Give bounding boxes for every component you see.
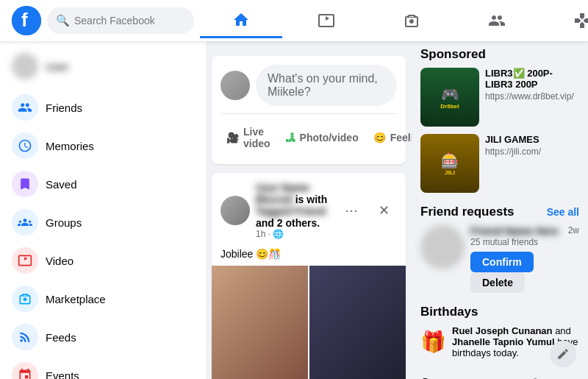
contacts-more-button[interactable]: ⋯: [553, 370, 579, 379]
post-meta: 1h · 🌐: [256, 229, 332, 239]
post-author-avatar: [220, 196, 250, 225]
ad-card-1[interactable]: 🎮 Dr8bet LIBR3✅ 200P-LIBR3 200P https://…: [420, 68, 579, 127]
friend-request-avatar: [420, 225, 465, 269]
contacts-section: Contacts ⋯ Contact One Blurred Contact T…: [420, 370, 579, 379]
post-close-button[interactable]: ✕: [370, 197, 397, 224]
friend-request-buttons: Confirm Delete: [470, 252, 579, 293]
post-image-2: [309, 266, 406, 379]
sidebar-item-memories[interactable]: Memories: [6, 127, 200, 165]
post-actions: 🎥 Live video 🏞 Photo/video 😊 Feeling/act…: [220, 113, 397, 155]
contacts-title: Contacts: [420, 376, 474, 379]
groups-icon: [12, 209, 38, 235]
memories-label: Memories: [46, 140, 94, 152]
nav-gaming-button[interactable]: [541, 3, 588, 38]
photo-video-icon: 🏞: [285, 132, 295, 144]
ad-url-2: https://jili.com/: [485, 146, 579, 157]
post-more-button[interactable]: ⋯: [338, 197, 365, 224]
nav-watch-button[interactable]: [285, 3, 368, 38]
feed-post: User Name Blurred is with Tagged Friend …: [212, 173, 406, 379]
search-icon: 🔍: [56, 14, 70, 27]
live-video-label: Live video: [243, 126, 270, 149]
post-input-top: What's on your mind, Miikele?: [220, 65, 397, 106]
nav-marketplace-button[interactable]: [370, 3, 453, 38]
svg-text:f: f: [21, 9, 28, 31]
video-label: Video: [46, 255, 74, 267]
post-with-text: is with: [295, 194, 328, 205]
post-text: Jobilee 😊🎊: [212, 248, 406, 266]
edit-contacts-button[interactable]: [550, 341, 576, 367]
ad-card-2[interactable]: 🎰 JILI JILI GAMES https://jili.com/: [420, 134, 579, 193]
post-tagged-blurred: Tagged Friend: [256, 205, 326, 217]
sponsored-header: Sponsored: [420, 47, 579, 62]
sidebar-item-friends[interactable]: Friends: [6, 88, 200, 127]
post-user-info: User Name Blurred is with Tagged Friend …: [256, 182, 332, 239]
center-feed: + Create story 44:00: [206, 41, 412, 379]
sponsored-section: Sponsored 🎮 Dr8bet LIBR3✅ 200P-LIBR3 200…: [420, 47, 579, 193]
contacts-search-button[interactable]: [523, 370, 550, 379]
birthdays-title: Birthdays: [420, 305, 478, 319]
sidebar-user-profile[interactable]: User: [6, 47, 200, 85]
photo-video-label: Photo/video: [300, 132, 359, 144]
ad-url-1: https://www.dr8bet.vip/: [485, 91, 579, 102]
friends-label: Friends: [46, 102, 82, 114]
sidebar-item-video[interactable]: Video: [6, 241, 200, 280]
topnav-center: [200, 3, 588, 38]
post-others-text: 2 others.: [277, 217, 320, 229]
search-input[interactable]: [74, 15, 177, 26]
friend-request-mutual: 25 mutual friends: [470, 237, 579, 247]
sidebar-item-feeds[interactable]: Feeds: [6, 318, 200, 356]
friend-request-time: 2w: [568, 225, 579, 237]
friends-icon: [12, 94, 38, 121]
ad-image-2: 🎰 JILI: [420, 134, 479, 193]
sidebar-username: User: [46, 60, 69, 73]
feeling-button[interactable]: 😊 Feeling/activity: [368, 120, 412, 155]
post-placeholder[interactable]: What's on your mind, Miikele?: [256, 65, 397, 106]
topnav: f 🔍 ⊞ 🔔: [0, 0, 588, 41]
post-header-actions: ⋯ ✕: [338, 197, 397, 224]
marketplace-label: Marketplace: [46, 293, 106, 305]
saved-label: Saved: [46, 178, 77, 191]
friend-request-name: Friend Name Here: [470, 225, 559, 237]
nav-people-button[interactable]: [456, 3, 538, 38]
contacts-header: Contacts ⋯: [420, 370, 579, 379]
ad-info-2: JILI GAMES https://jili.com/: [485, 134, 579, 193]
confirm-friend-button[interactable]: Confirm: [470, 252, 534, 272]
post-image-1: [212, 266, 308, 379]
left-sidebar: User Friends Memories Saved Groups: [0, 41, 206, 379]
feeling-label: Feeling/activity: [390, 132, 412, 144]
sidebar-item-saved[interactable]: Saved: [6, 165, 200, 203]
feeds-label: Feeds: [46, 331, 76, 344]
sidebar-item-marketplace[interactable]: Marketplace: [6, 280, 200, 318]
ad-image-1: 🎮 Dr8bet: [420, 68, 479, 127]
main-layout: User Friends Memories Saved Groups: [0, 0, 588, 379]
friend-request-info: Friend Name Here 2w 25 mutual friends Co…: [470, 225, 579, 293]
events-icon: [12, 362, 38, 379]
saved-icon: [12, 171, 38, 197]
friend-requests-section: Friend requests See all Friend Name Here…: [420, 205, 579, 293]
live-video-button[interactable]: 🎥 Live video: [220, 120, 276, 155]
post-time: 1h · 🌐: [256, 229, 284, 239]
marketplace-icon: [12, 286, 38, 312]
friend-requests-title: Friend requests: [420, 205, 514, 219]
sponsored-title: Sponsored: [420, 47, 486, 62]
feeds-icon: [12, 324, 38, 350]
groups-label: Groups: [46, 216, 82, 229]
post-input-card: What's on your mind, Miikele? 🎥 Live vid…: [212, 56, 406, 164]
search-box[interactable]: 🔍: [47, 7, 194, 34]
nav-home-button[interactable]: [200, 3, 282, 38]
post-and-text: and: [256, 217, 277, 229]
video-icon: [12, 247, 38, 274]
delete-friend-button[interactable]: Delete: [470, 272, 525, 293]
sidebar-item-events[interactable]: Events: [6, 356, 200, 379]
contacts-actions: ⋯: [523, 370, 579, 379]
friend-request-item: Friend Name Here 2w 25 mutual friends Co…: [420, 225, 579, 293]
sidebar-item-groups[interactable]: Groups: [6, 203, 200, 241]
see-all-friend-requests[interactable]: See all: [547, 206, 579, 218]
facebook-logo[interactable]: f: [12, 6, 41, 35]
live-video-icon: 🎥: [226, 132, 239, 144]
post-user-name: User Name Blurred is with Tagged Friend …: [256, 182, 332, 229]
events-label: Events: [46, 369, 79, 380]
ad-title-1: LIBR3✅ 200P-LIBR3 200P: [485, 68, 579, 90]
birthday-icon: 🎁: [420, 330, 446, 354]
photo-video-button[interactable]: 🏞 Photo/video: [279, 120, 365, 155]
